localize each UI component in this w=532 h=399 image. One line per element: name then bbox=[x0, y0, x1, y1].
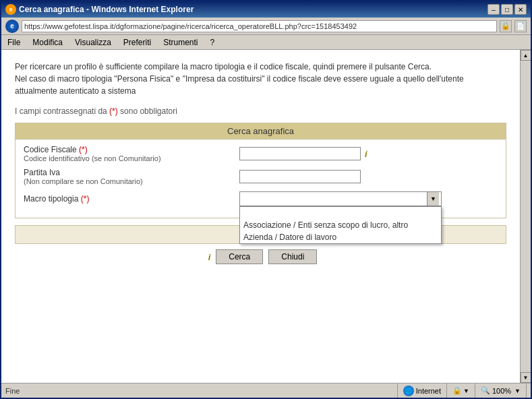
menu-help[interactable]: ? bbox=[208, 37, 217, 48]
info-text-block: Per ricercare un profilo è sufficiente c… bbox=[15, 61, 506, 97]
page-content: Per ricercare un profilo è sufficiente c… bbox=[1, 50, 520, 383]
status-segments: 🌐 Internet 🔒 ▼ 🔍 100% ▼ bbox=[46, 383, 527, 398]
close-button[interactable]: ✕ bbox=[514, 4, 527, 15]
zoom-control: 🔍 100% ▼ bbox=[481, 386, 521, 395]
status-internet: 🌐 Internet bbox=[403, 386, 441, 396]
address-bar: e 🔒 📄 bbox=[1, 18, 531, 35]
form-section-header: Cerca anagrafica bbox=[16, 123, 506, 140]
content-area: Per ricercare un profilo è sufficiente c… bbox=[1, 50, 531, 383]
partita-iva-label: Partita Iva bbox=[24, 168, 239, 177]
menu-visualizza[interactable]: Visualizza bbox=[73, 37, 113, 48]
non-compilare-label: (Non compilare se non Comunitario) bbox=[24, 177, 239, 185]
internet-label: Internet bbox=[416, 387, 441, 395]
partita-iva-row: Partita Iva (Non compilare se non Comuni… bbox=[24, 168, 498, 185]
codice-fiscale-input[interactable] bbox=[239, 147, 361, 160]
menu-modifica[interactable]: Modifica bbox=[30, 37, 65, 48]
scroll-down-button[interactable]: ▼ bbox=[521, 372, 531, 383]
security-dropdown[interactable]: ▼ bbox=[463, 388, 469, 394]
security-lock-icon: 🔒 bbox=[452, 386, 462, 395]
menu-file[interactable]: File bbox=[5, 37, 22, 48]
address-input[interactable] bbox=[22, 20, 497, 32]
status-seg-zoom: 🔍 100% ▼ bbox=[475, 383, 527, 398]
status-text: Fine bbox=[5, 387, 46, 395]
codice-fiscale-labels: Codice Fiscale (*) Codice identificativo… bbox=[24, 145, 239, 162]
dropdown-item-azienda[interactable]: Azienda / Datore di lavoro bbox=[240, 231, 441, 243]
bottom-info-icon: i bbox=[208, 252, 211, 262]
scrollbar-vertical[interactable]: ▲ ▼ bbox=[520, 50, 531, 383]
partita-iva-input[interactable] bbox=[239, 170, 361, 183]
codice-fiscale-star: (*) bbox=[79, 145, 88, 154]
required-note: I campi contrassegnati da (*) sono obbli… bbox=[15, 106, 506, 116]
scroll-track[interactable] bbox=[521, 61, 531, 372]
menu-strumenti[interactable]: Strumenti bbox=[161, 37, 200, 48]
title-bar: e Cerca anagrafica - Windows Internet Ex… bbox=[1, 1, 531, 18]
globe-icon: 🌐 bbox=[403, 386, 414, 396]
codice-identificativo-label: Codice identificativo (se non Comunitari… bbox=[24, 154, 239, 162]
chiudi-button[interactable]: Chiudi bbox=[268, 249, 317, 264]
info-line2: Nel caso di macro tipologia "Persona Fis… bbox=[15, 74, 464, 96]
partita-iva-labels: Partita Iva (Non compilare se non Comuni… bbox=[24, 168, 239, 185]
title-bar-left: e Cerca anagrafica - Windows Internet Ex… bbox=[5, 4, 194, 15]
info-icon-codice: i bbox=[365, 149, 367, 159]
scroll-up-button[interactable]: ▲ bbox=[521, 50, 531, 61]
zoom-dropdown[interactable]: ▼ bbox=[514, 388, 521, 394]
page-icon: 📄 bbox=[514, 20, 527, 32]
macro-tipologia-label: Macro tipologia (*) bbox=[24, 194, 239, 204]
menu-preferiti[interactable]: Preferiti bbox=[121, 37, 153, 48]
required-star: (*) bbox=[109, 106, 118, 116]
dropdown-list: Associazione / Enti senza scopo di lucro… bbox=[239, 206, 442, 244]
browser-window: e Cerca anagrafica - Windows Internet Ex… bbox=[0, 0, 532, 399]
magnify-icon: 🔍 bbox=[481, 386, 490, 395]
info-line1: Per ricercare un profilo è sufficiente c… bbox=[15, 62, 432, 71]
macro-tipologia-star: (*) bbox=[81, 194, 90, 204]
title-bar-buttons: – □ ✕ bbox=[487, 4, 527, 15]
status-seg-security: 🔒 ▼ bbox=[447, 383, 475, 398]
codice-fiscale-row: Codice Fiscale (*) Codice identificativo… bbox=[24, 145, 498, 162]
button-row: i Cerca Chiudi bbox=[15, 249, 506, 264]
minimize-button[interactable]: – bbox=[487, 4, 500, 15]
ie-title-icon: e bbox=[5, 4, 16, 15]
ie-logo: e bbox=[5, 20, 19, 33]
dropdown-arrow-icon[interactable]: ▼ bbox=[427, 192, 439, 206]
maximize-button[interactable]: □ bbox=[501, 4, 513, 15]
zoom-level: 100% bbox=[492, 387, 511, 395]
macro-tipologia-row: Macro tipologia (*) ▼ Associazione / Ent… bbox=[24, 191, 498, 207]
dropdown-item-empty[interactable] bbox=[240, 207, 441, 219]
status-seg-internet: 🌐 Internet bbox=[398, 383, 447, 398]
lock-icon: 🔒 bbox=[500, 20, 512, 32]
form-body: Codice Fiscale (*) Codice identificativo… bbox=[16, 140, 506, 218]
menu-bar: File Modifica Visualizza Preferiti Strum… bbox=[1, 35, 531, 50]
form-section: Cerca anagrafica Codice Fiscale (*) Codi… bbox=[15, 123, 506, 218]
dropdown-display[interactable]: ▼ bbox=[239, 191, 442, 206]
window-title: Cerca anagrafica - Windows Internet Expl… bbox=[19, 5, 194, 14]
dropdown-item-associazione[interactable]: Associazione / Enti senza scopo di lucro… bbox=[240, 219, 441, 231]
status-seg-empty bbox=[46, 383, 398, 398]
codice-fiscale-label: Codice Fiscale (*) bbox=[24, 145, 239, 154]
cerca-button[interactable]: Cerca bbox=[216, 249, 263, 264]
status-bar: Fine 🌐 Internet 🔒 ▼ 🔍 100% ▼ bbox=[1, 383, 531, 398]
macro-tipologia-dropdown[interactable]: ▼ Associazione / Enti senza scopo di luc… bbox=[239, 191, 442, 206]
